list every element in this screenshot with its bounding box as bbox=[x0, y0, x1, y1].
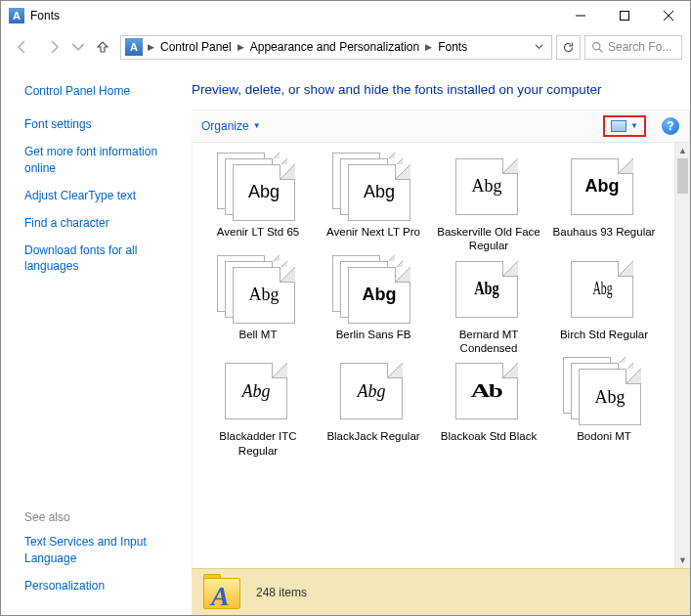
scroll-up-button[interactable]: ▲ bbox=[675, 143, 690, 158]
breadcrumb[interactable]: A ▶ Control Panel ▶ Appearance and Perso… bbox=[120, 35, 552, 60]
app-icon: A bbox=[9, 8, 24, 23]
font-sample: Abg bbox=[242, 381, 271, 402]
refresh-button[interactable] bbox=[556, 35, 581, 60]
font-item[interactable]: AbgBernard MT Condensed bbox=[433, 255, 544, 356]
search-input[interactable]: Search Fo... bbox=[584, 35, 682, 60]
organize-menu[interactable]: Organize▼ bbox=[201, 119, 261, 133]
history-dropdown[interactable] bbox=[71, 33, 85, 61]
svg-point-4 bbox=[593, 42, 600, 49]
scrollbar[interactable]: ▲ ▼ bbox=[674, 143, 690, 568]
font-item[interactable]: AbgAvenir LT Std 65 bbox=[202, 153, 314, 253]
font-grid: AbgAvenir LT Std 65AbgAvenir Next LT Pro… bbox=[193, 143, 690, 458]
fonts-folder-large-icon: A bbox=[201, 574, 242, 611]
font-item[interactable]: AbgBlackadder ITC Regular bbox=[202, 357, 314, 458]
font-sample: Abg bbox=[363, 285, 397, 305]
sidebar-link[interactable]: Adjust ClearType text bbox=[24, 188, 184, 203]
sidebar: Control Panel Home Font settings Get mor… bbox=[1, 64, 192, 615]
font-sample: Abg bbox=[595, 387, 626, 408]
breadcrumb-seg[interactable]: Appearance and Personalization bbox=[245, 40, 424, 54]
navbar: A ▶ Control Panel ▶ Appearance and Perso… bbox=[1, 30, 690, 64]
see-also-heading: See also bbox=[24, 510, 184, 524]
titlebar: A Fonts bbox=[1, 1, 690, 30]
font-label: Berlin Sans FB bbox=[336, 328, 411, 341]
toolbar: Organize▼ ▼ ? bbox=[192, 110, 690, 143]
search-icon bbox=[591, 41, 604, 54]
font-item[interactable]: AbgBell MT bbox=[202, 255, 314, 356]
fonts-folder-icon: A bbox=[125, 38, 143, 56]
minimize-button[interactable] bbox=[558, 1, 602, 30]
back-button[interactable] bbox=[9, 33, 36, 61]
font-sample: Ab bbox=[471, 381, 502, 402]
page-heading: Preview, delete, or show and hide the fo… bbox=[192, 64, 690, 110]
font-label: Bernard MT Condensed bbox=[436, 328, 541, 356]
font-label: BlackJack Regular bbox=[326, 429, 419, 443]
search-placeholder: Search Fo... bbox=[608, 40, 671, 54]
view-options-button[interactable]: ▼ bbox=[603, 115, 646, 137]
font-item[interactable]: AbgBirch Std Regular bbox=[548, 255, 660, 356]
font-sample: Abg bbox=[358, 381, 386, 402]
font-label: Bodoni MT bbox=[577, 429, 631, 443]
font-item[interactable]: AbgBerlin Sans FB bbox=[318, 255, 429, 356]
font-label: Bauhaus 93 Regular bbox=[553, 225, 656, 239]
breadcrumb-dropdown[interactable] bbox=[529, 40, 549, 54]
font-label: Blackadder ITC Regular bbox=[205, 429, 311, 458]
font-label: Blackoak Std Black bbox=[441, 429, 537, 443]
font-sample: Abg bbox=[474, 279, 499, 299]
sidebar-link[interactable]: Get more font information online bbox=[24, 144, 184, 175]
sidebar-link[interactable]: Download fonts for all languages bbox=[24, 242, 184, 274]
see-also-link[interactable]: Text Services and Input Language bbox=[24, 534, 184, 565]
font-item[interactable]: AbgAvenir Next LT Pro bbox=[318, 153, 429, 253]
font-label: Baskerville Old Face Regular bbox=[436, 225, 541, 253]
font-item[interactable]: AbgBauhaus 93 Regular bbox=[548, 153, 660, 253]
font-sample: Abg bbox=[472, 176, 502, 197]
maximize-button[interactable] bbox=[602, 1, 646, 30]
font-label: Avenir LT Std 65 bbox=[217, 225, 299, 239]
scroll-thumb[interactable] bbox=[677, 158, 688, 194]
font-sample: Abg bbox=[364, 182, 395, 202]
sidebar-link[interactable]: Font settings bbox=[24, 116, 184, 132]
forward-button[interactable] bbox=[40, 33, 67, 61]
chevron-down-icon: ▼ bbox=[630, 121, 638, 130]
statusbar: A 248 items bbox=[192, 568, 690, 615]
view-icon bbox=[611, 120, 626, 132]
close-button[interactable] bbox=[646, 1, 690, 30]
svg-rect-1 bbox=[620, 12, 628, 21]
font-sample: Abg bbox=[249, 285, 280, 305]
chevron-right-icon[interactable]: ▶ bbox=[424, 42, 433, 52]
control-panel-home-link[interactable]: Control Panel Home bbox=[24, 83, 184, 99]
up-button[interactable] bbox=[89, 33, 116, 61]
breadcrumb-seg[interactable]: Fonts bbox=[433, 40, 472, 54]
font-label: Avenir Next LT Pro bbox=[326, 225, 420, 239]
svg-line-5 bbox=[599, 49, 602, 52]
scroll-down-button[interactable]: ▼ bbox=[675, 552, 690, 568]
font-item[interactable]: AbgBlackJack Regular bbox=[318, 357, 429, 458]
item-count: 248 items bbox=[256, 586, 307, 599]
font-item[interactable]: AbBlackoak Std Black bbox=[433, 357, 544, 458]
chevron-right-icon[interactable]: ▶ bbox=[237, 42, 245, 52]
font-label: Bell MT bbox=[239, 328, 278, 341]
font-item[interactable]: AbgBaskerville Old Face Regular bbox=[433, 153, 544, 253]
chevron-down-icon: ▼ bbox=[253, 121, 261, 130]
breadcrumb-seg[interactable]: Control Panel bbox=[155, 40, 237, 54]
see-also-link[interactable]: Personalization bbox=[24, 578, 184, 594]
sidebar-link[interactable]: Find a character bbox=[24, 215, 184, 231]
font-sample: Abg bbox=[248, 182, 280, 202]
font-item[interactable]: AbgBodoni MT bbox=[548, 357, 660, 458]
help-button[interactable]: ? bbox=[662, 117, 679, 135]
font-sample: Abg bbox=[592, 279, 612, 299]
font-sample: Abg bbox=[585, 176, 620, 197]
chevron-right-icon[interactable]: ▶ bbox=[147, 42, 155, 52]
window-title: Fonts bbox=[30, 9, 60, 22]
font-label: Birch Std Regular bbox=[560, 328, 648, 341]
